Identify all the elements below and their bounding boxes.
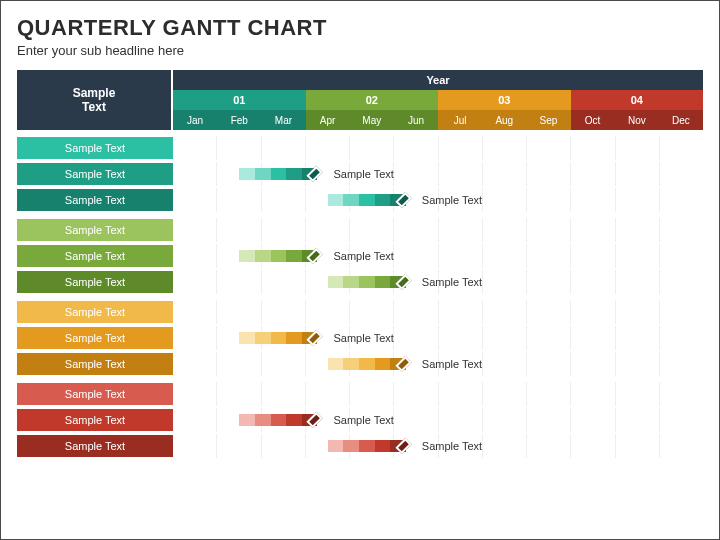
task-timeline	[173, 136, 703, 160]
task-row: Sample Text	[17, 218, 703, 242]
gantt-bar: Sample Text	[239, 413, 394, 427]
task-label: Sample Text	[17, 435, 173, 457]
task-row: Sample TextSample Text	[17, 244, 703, 268]
quarter-header-cell: 03	[438, 90, 571, 110]
gantt-bar: Sample Text	[239, 249, 394, 263]
task-label: Sample Text	[17, 245, 173, 267]
task-timeline	[173, 218, 703, 242]
task-timeline: Sample Text	[173, 270, 703, 294]
bar-annotation: Sample Text	[334, 332, 394, 344]
gantt-bar: Sample Text	[328, 275, 483, 289]
task-label: Sample Text	[17, 301, 173, 323]
quarter-header-cell: 02	[306, 90, 439, 110]
quarter-header-cell: 04	[571, 90, 704, 110]
task-timeline	[173, 382, 703, 406]
month-header-cell: Nov	[615, 110, 659, 130]
task-timeline: Sample Text	[173, 434, 703, 458]
month-header-row: JanFebMarAprMayJunJulAugSepOctNovDec	[173, 110, 703, 130]
quarter-header-row: 01020304	[173, 90, 703, 110]
gantt-bar: Sample Text	[239, 167, 394, 181]
task-group: Sample TextSample TextSample TextSample …	[17, 300, 703, 376]
task-label: Sample Text	[17, 163, 173, 185]
bar-annotation: Sample Text	[422, 358, 482, 370]
gantt-bar: Sample Text	[328, 357, 483, 371]
bar-annotation: Sample Text	[334, 250, 394, 262]
month-header-cell: Aug	[482, 110, 526, 130]
bar-annotation: Sample Text	[422, 194, 482, 206]
left-column: Sample Text	[17, 70, 173, 130]
gantt-bar: Sample Text	[328, 193, 483, 207]
right-column: Year 01020304 JanFebMarAprMayJunJulAugSe…	[173, 70, 703, 130]
bar-annotation: Sample Text	[422, 276, 482, 288]
task-label: Sample Text	[17, 219, 173, 241]
month-header-cell: Feb	[217, 110, 261, 130]
task-row: Sample TextSample Text	[17, 326, 703, 350]
month-header-cell: Sep	[526, 110, 570, 130]
month-header-cell: Jul	[438, 110, 482, 130]
bar-annotation: Sample Text	[334, 414, 394, 426]
task-row: Sample TextSample Text	[17, 352, 703, 376]
task-timeline: Sample Text	[173, 326, 703, 350]
corner-header: Sample Text	[17, 70, 173, 130]
task-timeline: Sample Text	[173, 408, 703, 432]
task-label: Sample Text	[17, 327, 173, 349]
task-row: Sample TextSample Text	[17, 270, 703, 294]
task-row: Sample TextSample Text	[17, 162, 703, 186]
chart-subtitle: Enter your sub headline here	[17, 43, 703, 58]
bar-annotation: Sample Text	[422, 440, 482, 452]
month-header-cell: Dec	[659, 110, 703, 130]
task-timeline: Sample Text	[173, 244, 703, 268]
month-header-cell: Mar	[261, 110, 305, 130]
task-timeline	[173, 300, 703, 324]
task-row: Sample Text	[17, 382, 703, 406]
month-header-cell: May	[350, 110, 394, 130]
task-label: Sample Text	[17, 189, 173, 211]
task-row: Sample TextSample Text	[17, 188, 703, 212]
task-label: Sample Text	[17, 353, 173, 375]
task-label: Sample Text	[17, 137, 173, 159]
gantt-bar: Sample Text	[328, 439, 483, 453]
task-timeline: Sample Text	[173, 352, 703, 376]
task-timeline: Sample Text	[173, 162, 703, 186]
slide-frame: QUARTERLY GANTT CHART Enter your sub hea…	[0, 0, 720, 540]
gantt-body: Sample TextSample TextSample TextSample …	[17, 136, 703, 458]
task-row: Sample TextSample Text	[17, 408, 703, 432]
month-header-cell: Oct	[571, 110, 615, 130]
task-timeline: Sample Text	[173, 188, 703, 212]
task-label: Sample Text	[17, 271, 173, 293]
gantt-chart: Sample Text Year 01020304 JanFebMarAprMa…	[17, 70, 703, 130]
task-row: Sample Text	[17, 300, 703, 324]
task-row: Sample TextSample Text	[17, 434, 703, 458]
task-row: Sample Text	[17, 136, 703, 160]
task-label: Sample Text	[17, 383, 173, 405]
task-label: Sample Text	[17, 409, 173, 431]
quarter-header-cell: 01	[173, 90, 306, 110]
task-group: Sample TextSample TextSample TextSample …	[17, 136, 703, 212]
bar-annotation: Sample Text	[334, 168, 394, 180]
month-header-cell: Jun	[394, 110, 438, 130]
month-header-cell: Apr	[306, 110, 350, 130]
month-header-cell: Jan	[173, 110, 217, 130]
task-group: Sample TextSample TextSample TextSample …	[17, 382, 703, 458]
task-group: Sample TextSample TextSample TextSample …	[17, 218, 703, 294]
chart-title: QUARTERLY GANTT CHART	[17, 15, 703, 41]
gantt-bar: Sample Text	[239, 331, 394, 345]
year-header: Year	[173, 70, 703, 90]
